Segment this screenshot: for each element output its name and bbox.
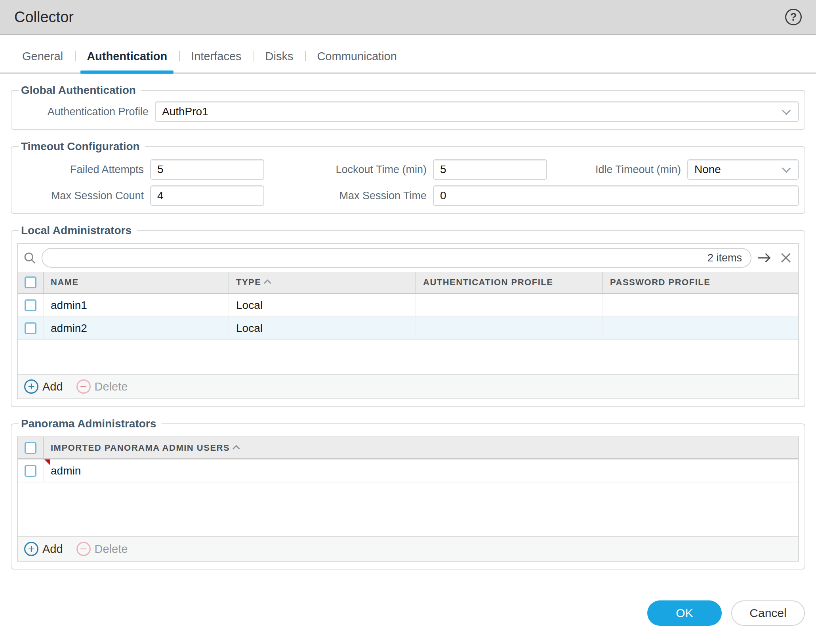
tab-label: Communication: [317, 50, 397, 63]
lockout-time-label: Lockout Time (min): [305, 164, 433, 176]
modified-marker-icon: [44, 459, 50, 465]
max-session-count-input[interactable]: [150, 185, 264, 206]
idle-timeout-label: Idle Timeout (min): [587, 164, 687, 176]
dialog-titlebar: Collector ?: [0, 0, 816, 35]
authentication-profile-select[interactable]: AuthPro1: [155, 101, 799, 122]
delete-label: Delete: [95, 380, 128, 393]
idle-timeout-select[interactable]: None: [687, 159, 799, 180]
apply-filter-arrow-icon[interactable]: [756, 250, 774, 265]
row-checkbox-cell: [18, 317, 43, 339]
row-checkbox-cell: [18, 294, 43, 316]
local-admins-header-row: NAME TYPE AUTHENTICATION PROFILE PASSWOR…: [18, 272, 798, 294]
tab-disks[interactable]: Disks: [254, 48, 305, 72]
delete-icon: −: [76, 542, 91, 556]
section-global-authentication: Global Authentication Authentication Pro…: [11, 84, 805, 130]
column-label: PASSWORD PROFILE: [610, 277, 710, 288]
row-checkbox-cell: [18, 459, 43, 482]
cell-imported-admin-user: admin: [43, 459, 798, 482]
lockout-time-input[interactable]: [433, 159, 547, 180]
select-all-checkbox[interactable]: [25, 442, 36, 454]
column-label: TYPE: [236, 277, 261, 288]
authentication-profile-value: AuthPro1: [162, 105, 778, 118]
cell-password-profile: [602, 317, 798, 339]
section-legend: Local Administrators: [19, 224, 137, 237]
chevron-down-icon: [782, 106, 791, 115]
section-local-administrators: Local Administrators 2 items: [11, 224, 805, 407]
search-icon: [23, 251, 37, 265]
tab-communication[interactable]: Communication: [305, 48, 408, 72]
add-button[interactable]: + Add: [24, 379, 63, 394]
column-label: IMPORTED PANORAMA ADMIN USERS: [51, 443, 230, 453]
header-cell: [18, 437, 43, 458]
column-header-name[interactable]: NAME: [43, 272, 229, 293]
tab-general[interactable]: General: [10, 48, 75, 72]
column-header-authentication-profile[interactable]: AUTHENTICATION PROFILE: [416, 272, 602, 293]
cell-value: admin: [51, 465, 81, 477]
tab-interfaces[interactable]: Interfaces: [179, 48, 253, 72]
authentication-profile-label: Authentication Profile: [17, 106, 155, 118]
max-session-time-input[interactable]: [433, 185, 799, 206]
dialog-title: Collector: [14, 9, 74, 26]
items-count-badge: 2 items: [707, 252, 742, 264]
idle-timeout-value: None: [694, 163, 778, 176]
table-row[interactable]: admin: [18, 459, 798, 482]
cell-authentication-profile: [416, 294, 602, 316]
column-label: AUTHENTICATION PROFILE: [423, 277, 553, 288]
tab-authentication[interactable]: Authentication: [75, 48, 179, 72]
delete-button[interactable]: − Delete: [76, 379, 128, 394]
cell-type: Local: [229, 294, 416, 316]
tab-label: General: [22, 50, 63, 63]
ok-button[interactable]: OK: [647, 600, 722, 626]
section-panorama-administrators: Panorama Administrators IMPORTED PANORAM…: [11, 417, 805, 570]
panorama-admins-actions: + Add − Delete: [18, 536, 798, 561]
max-session-count-label: Max Session Count: [17, 190, 150, 202]
cell-authentication-profile: [416, 317, 602, 339]
empty-table-space: [18, 482, 798, 536]
section-legend: Timeout Configuration: [19, 140, 145, 153]
add-label: Add: [42, 380, 63, 393]
search-pill: 2 items: [42, 248, 751, 268]
add-icon: +: [24, 379, 38, 394]
cell-type: Local: [229, 317, 416, 339]
select-all-checkbox[interactable]: [25, 276, 36, 288]
panorama-admins-table: IMPORTED PANORAMA ADMIN USERS admin + Ad…: [17, 436, 799, 562]
tab-label: Authentication: [87, 50, 167, 63]
sort-ascending-icon: [233, 445, 240, 452]
table-row[interactable]: admin2 Local: [18, 317, 798, 340]
add-icon: +: [24, 542, 38, 556]
header-cell: [18, 272, 43, 293]
tab-bar: General Authentication Interfaces Disks …: [0, 48, 816, 74]
failed-attempts-label: Failed Attempts: [17, 164, 150, 176]
max-session-time-label: Max Session Time: [305, 190, 433, 202]
row-checkbox[interactable]: [25, 299, 36, 311]
section-timeout-configuration: Timeout Configuration Failed Attempts Lo…: [11, 140, 805, 214]
table-row[interactable]: admin1 Local: [18, 294, 798, 317]
section-legend: Global Authentication: [19, 84, 141, 97]
column-header-type[interactable]: TYPE: [229, 272, 416, 293]
row-checkbox[interactable]: [25, 322, 36, 334]
cell-password-profile: [602, 294, 798, 316]
delete-label: Delete: [95, 543, 128, 556]
timeout-grid: Failed Attempts Lockout Time (min) Idle …: [17, 159, 799, 206]
sort-ascending-icon: [264, 279, 271, 286]
cell-name: admin1: [43, 294, 229, 316]
row-checkbox[interactable]: [25, 465, 36, 477]
local-admins-actions: + Add − Delete: [18, 374, 798, 398]
delete-button[interactable]: − Delete: [76, 542, 128, 556]
tab-label: Interfaces: [191, 50, 241, 63]
add-label: Add: [42, 543, 63, 556]
column-header-imported-panorama-admin-users[interactable]: IMPORTED PANORAMA ADMIN USERS: [43, 437, 798, 458]
failed-attempts-input[interactable]: [150, 159, 264, 180]
authentication-profile-row: Authentication Profile AuthPro1: [17, 101, 799, 122]
empty-table-space: [18, 340, 798, 374]
delete-icon: −: [76, 379, 91, 394]
cancel-button[interactable]: Cancel: [731, 600, 805, 626]
tab-label: Disks: [265, 50, 294, 63]
section-legend: Panorama Administrators: [19, 417, 162, 430]
help-icon[interactable]: ?: [785, 9, 802, 25]
clear-filter-icon[interactable]: [778, 250, 793, 265]
search-input[interactable]: [51, 252, 704, 265]
column-header-password-profile[interactable]: PASSWORD PROFILE: [602, 272, 798, 293]
add-button[interactable]: + Add: [24, 542, 63, 556]
dialog-footer: OK Cancel: [0, 570, 816, 638]
